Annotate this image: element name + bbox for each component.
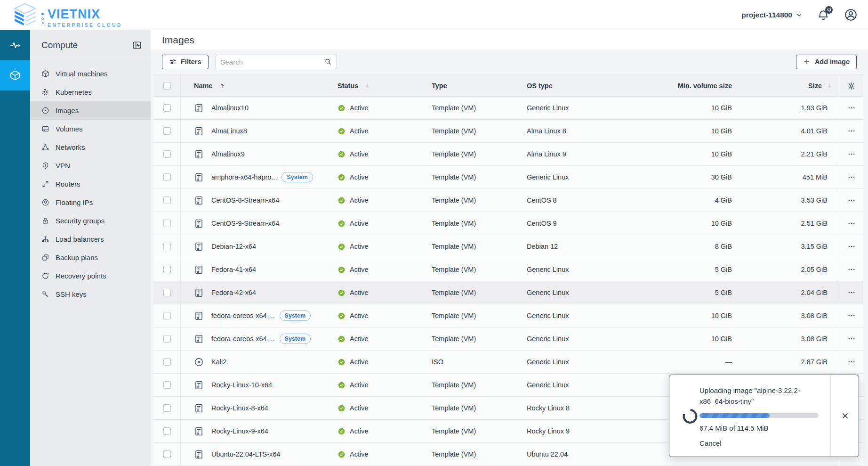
size-cell: 4.01 GiB [734,120,839,142]
row-checkbox[interactable] [163,104,171,112]
table-row-fedora-41-x64[interactable]: Fedora-41-x64ActiveTemplate (VM)Generic … [153,258,863,281]
column-header-min-volume-size[interactable]: Min. volume size [627,74,734,97]
column-header-status[interactable]: Status [334,74,428,97]
sidebar-item-ssh-keys[interactable]: SSH keys [30,285,151,303]
search-input[interactable] [221,58,324,66]
row-actions-menu-icon[interactable] [847,196,856,204]
table-row-almalinux9[interactable]: Almalinux9ActiveTemplate (VM)Alma Linux … [153,143,863,166]
close-toast-button[interactable] [830,375,860,457]
row-actions-menu-icon[interactable] [847,173,856,181]
vietnix-logo[interactable]: VIETNIX ENTERPRISE CLOUD [12,2,122,28]
row-checkbox[interactable] [163,266,171,273]
row-actions-menu-icon[interactable] [847,127,856,135]
notifications-bell-icon[interactable] [817,8,830,22]
row-checkbox[interactable] [163,173,171,181]
sidebar-item-networks[interactable]: Networks [30,138,151,156]
image-name[interactable]: Fedora-42-x64 [211,289,256,296]
image-name[interactable]: AlmaLinux8 [211,127,247,135]
size-cell: 2.21 GiB [734,143,839,165]
image-name[interactable]: Fedora-41-x64 [211,266,256,273]
sidebar-item-virtual-machines[interactable]: Virtual machines [30,65,151,83]
table-row-amphora-x64-hapro[interactable]: amphora-x64-hapro...SystemActiveTemplate… [153,166,863,189]
system-badge: System [280,334,311,344]
template-image-icon [194,380,204,390]
image-name[interactable]: fedora-coreos-x64-... [211,312,275,319]
image-name[interactable]: Ubuntu-22.04-LTS-x64 [211,450,280,458]
table-row-debian-12-x64[interactable]: Debian-12-x64ActiveTemplate (VM)Debian 1… [153,235,863,258]
add-image-button[interactable]: Add image [796,55,857,69]
filters-button[interactable]: Filters [162,55,209,69]
row-actions-menu-icon[interactable] [847,219,856,228]
table-row-fedora-coreos-x64[interactable]: fedora-coreos-x64-...SystemActiveTemplat… [153,304,863,327]
row-checkbox[interactable] [163,312,171,319]
gear-icon[interactable] [847,82,856,90]
table-row-almalinux8[interactable]: AlmaLinux8ActiveTemplate (VM)Alma Linux … [153,120,863,143]
project-selector[interactable]: project-114800 [741,11,803,19]
row-actions-menu-icon[interactable] [847,150,856,158]
account-icon[interactable] [844,8,858,22]
column-header-type[interactable]: Type [428,74,519,97]
row-actions-menu-icon[interactable] [847,335,856,343]
cancel-upload-link[interactable]: Cancel [699,439,722,447]
sidebar-item-floating-ips[interactable]: Floating IPs [30,193,151,212]
rail-item-monitoring[interactable] [0,30,30,60]
sidebar-item-security-groups[interactable]: Security groups [30,212,151,230]
image-name[interactable]: CentOS-9-Stream-x64 [211,220,279,227]
image-name[interactable]: Almalinux9 [211,150,245,158]
image-name[interactable]: Debian-12-x64 [211,243,256,250]
row-actions-menu-icon[interactable] [847,265,856,274]
sidebar-item-vpn[interactable]: VPN [30,156,151,175]
table-row-kali2[interactable]: Kali2ActiveISOGeneric Linux—2.87 GiB [153,351,863,374]
table-row-almalinux10[interactable]: Almalinux10ActiveTemplate (VM)Generic Li… [153,97,863,120]
template-image-icon [194,219,204,229]
row-checkbox[interactable] [163,127,171,135]
collapse-sidebar-icon[interactable] [132,40,142,50]
row-checkbox[interactable] [163,358,171,366]
column-header-os-type[interactable]: OS type [519,74,627,97]
template-image-icon [194,149,204,159]
sidebar-item-kubernetes[interactable]: Kubernetes [30,83,151,101]
image-name[interactable]: Almalinux10 [211,104,249,112]
row-actions-menu-icon[interactable] [847,358,856,366]
table-row-centos-9-stream-x64[interactable]: CentOS-9-Stream-x64ActiveTemplate (VM)Ce… [153,212,863,235]
template-image-icon [194,126,204,136]
column-header-name[interactable]: Name [180,74,334,97]
image-name[interactable]: Kali2 [211,358,226,366]
row-checkbox[interactable] [163,427,171,435]
image-name[interactable]: Rocky-Linux-8-x64 [211,404,268,412]
image-name[interactable]: amphora-x64-hapro... [211,173,277,181]
type-cell: Template (VM) [428,281,519,304]
table-row-fedora-42-x64[interactable]: Fedora-42-x64ActiveTemplate (VM)Generic … [153,281,863,304]
sidebar-item-images[interactable]: Images [30,101,151,120]
table-row-fedora-coreos-x64[interactable]: fedora-coreos-x64-...SystemActiveTemplat… [153,327,863,351]
row-checkbox[interactable] [163,150,171,158]
row-actions-menu-icon[interactable] [847,288,856,297]
status-label: Active [350,358,369,366]
sidebar-item-routers[interactable]: Routers [30,175,151,193]
sidebar-item-backup-plans[interactable]: Backup plans [30,248,151,267]
row-checkbox[interactable] [163,404,171,412]
row-checkbox[interactable] [163,450,171,458]
row-checkbox[interactable] [163,381,171,389]
row-checkbox[interactable] [163,289,171,296]
image-name[interactable]: CentOS-8-Stream-x64 [211,196,279,204]
image-name[interactable]: Rocky-Linux-9-x64 [211,427,268,435]
row-checkbox[interactable] [163,335,171,343]
image-name[interactable]: fedora-coreos-x64-... [211,335,275,343]
table-row-centos-8-stream-x64[interactable]: CentOS-8-Stream-x64ActiveTemplate (VM)Ce… [153,189,863,212]
row-actions-menu-icon[interactable] [847,242,856,251]
rail-item-compute[interactable] [0,60,30,90]
row-checkbox[interactable] [163,196,171,204]
image-name[interactable]: Rocky-Linux-10-x64 [211,381,272,389]
column-header-size[interactable]: Size [734,74,839,97]
row-checkbox[interactable] [163,243,171,250]
row-checkbox[interactable] [163,220,171,227]
sidebar-item-load-balancers[interactable]: Load balancers [30,230,151,248]
row-actions-menu-icon[interactable] [847,311,856,320]
type-cell: Template (VM) [428,189,519,212]
search-icon[interactable] [324,58,332,65]
sidebar-item-volumes[interactable]: Volumes [30,120,151,138]
sidebar-item-recovery-points[interactable]: Recovery points [30,267,151,285]
select-all-checkbox[interactable] [163,82,171,90]
row-actions-menu-icon[interactable] [847,104,856,112]
